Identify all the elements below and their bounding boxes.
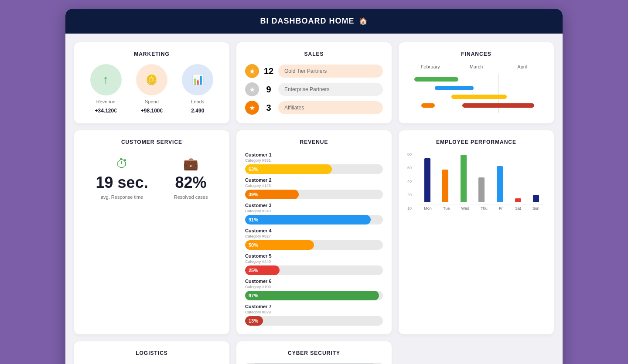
sales-card: SALES ★ 12 Gold Tier Partners ★ 9 Enterp… bbox=[236, 42, 392, 123]
logistics-title: LOGISTICS bbox=[83, 350, 221, 356]
finances-card: FINANCES February March April bbox=[399, 42, 554, 123]
emp-sat-bar bbox=[515, 198, 521, 202]
customer5-name: Customer 5 bbox=[245, 253, 383, 259]
revenue-card: REVENUE Customer 1 Category #931 63% Cus… bbox=[236, 130, 392, 334]
revenue-row-7: Customer 7 Category #829 13% bbox=[245, 304, 383, 326]
dashboard-title: BI DASHBOARD HOME bbox=[260, 17, 354, 26]
spend-metric: 🪙 Spend +98.100€ bbox=[136, 64, 167, 114]
cyber-security-card: CYBER SECURITY bbox=[236, 341, 392, 364]
emp-day-labels: Mon Tue Wed Thu Fri Sat Sun bbox=[418, 206, 545, 211]
employee-performance-card: EMPLOYEE PERFORMANCE 80 60 40 20 10 bbox=[399, 130, 554, 334]
revenue-label: Revenue bbox=[96, 99, 116, 104]
emp-y-axis: 80 60 40 20 10 bbox=[407, 152, 412, 211]
finances-chart bbox=[407, 74, 545, 113]
resolved-cases-label: Resolved cases bbox=[174, 194, 208, 200]
marketing-card: MARKETING ↑ Revenue +34.120€ 🪙 Spend +98… bbox=[74, 42, 229, 123]
emp-wed bbox=[461, 152, 467, 202]
leads-icon-circle: 📊 bbox=[182, 64, 213, 95]
sales-count-1: 12 bbox=[263, 66, 274, 76]
emp-mon-bar bbox=[424, 158, 430, 202]
spend-icon-circle: 🪙 bbox=[136, 64, 167, 95]
home-icon[interactable]: 🏠 bbox=[359, 17, 368, 25]
customer4-bar-bg: 50% bbox=[245, 240, 383, 250]
spend-label: Spend bbox=[145, 99, 159, 104]
month-feb: February bbox=[407, 64, 453, 69]
briefcase-icon: 💼 bbox=[183, 156, 198, 171]
customer3-cat: Category #243 bbox=[245, 209, 383, 213]
customer4-cat: Category #827 bbox=[245, 234, 383, 238]
revenue-value: +34.120€ bbox=[95, 108, 116, 114]
day-fri: Fri bbox=[499, 206, 504, 211]
month-apr: April bbox=[499, 64, 545, 69]
response-time-value: 19 sec. bbox=[96, 173, 148, 192]
day-wed: Wed bbox=[461, 206, 469, 211]
day-mon: Mon bbox=[424, 206, 432, 211]
response-time-metric: ⏱ 19 sec. avg. Response time bbox=[96, 156, 148, 200]
finance-bar-3 bbox=[451, 95, 506, 99]
customer4-name: Customer 4 bbox=[245, 228, 383, 233]
customer6-cat: Category #100 bbox=[245, 285, 383, 289]
customer5-bar-bg: 25% bbox=[245, 265, 383, 275]
revenue-row-5: Customer 5 Category #440 25% bbox=[245, 253, 383, 275]
employee-chart bbox=[418, 152, 545, 204]
customer1-cat: Category #931 bbox=[245, 158, 383, 163]
emp-thu bbox=[478, 152, 485, 202]
leads-label: Leads bbox=[191, 99, 204, 104]
customer1-bar-bg: 63% bbox=[245, 164, 383, 174]
emp-mon bbox=[424, 152, 430, 202]
dashboard-body: MARKETING ↑ Revenue +34.120€ 🪙 Spend +98… bbox=[65, 34, 563, 364]
customer5-cat: Category #440 bbox=[245, 259, 383, 264]
cyber-security-title: CYBER SECURITY bbox=[245, 350, 383, 356]
finances-title: FINANCES bbox=[407, 51, 545, 57]
finance-bar-4 bbox=[421, 103, 435, 108]
day-tue: Tue bbox=[443, 206, 450, 211]
gold-badge: ★ bbox=[245, 64, 259, 78]
emp-sun-bar bbox=[533, 195, 539, 202]
leads-value: 2.490 bbox=[191, 108, 204, 114]
customer3-bar: 91% bbox=[245, 215, 371, 225]
revenue-metric: ↑ Revenue +34.120€ bbox=[90, 64, 122, 114]
customer1-bar: 63% bbox=[245, 164, 332, 174]
marketing-metrics: ↑ Revenue +34.120€ 🪙 Spend +98.100€ 📊 bbox=[83, 64, 221, 114]
customer7-bar: 13% bbox=[245, 316, 263, 326]
sales-row-3: ★ 3 Affiliates bbox=[245, 101, 383, 115]
customer6-bar: 97% bbox=[245, 291, 379, 300]
sales-bar-orange: Affiliates bbox=[278, 101, 383, 114]
revenue-list: Customer 1 Category #931 63% Customer 2 … bbox=[245, 152, 383, 326]
finances-months: February March April bbox=[407, 64, 545, 69]
revenue-icon: ↑ bbox=[103, 73, 109, 87]
response-time-label: avg. Response time bbox=[101, 194, 143, 200]
revenue-row-2: Customer 2 Category #123 39% bbox=[245, 177, 383, 199]
resolved-cases-metric: 💼 82% Resolved cases bbox=[174, 156, 208, 200]
month-mar: March bbox=[453, 64, 499, 69]
orange-badge: ★ bbox=[245, 101, 259, 115]
emp-fri-bar bbox=[497, 166, 503, 202]
customer6-name: Customer 6 bbox=[245, 279, 383, 284]
sales-bar-gray: Enterprise Partners bbox=[278, 83, 383, 96]
customer2-name: Customer 2 bbox=[245, 177, 383, 183]
customer2-cat: Category #123 bbox=[245, 184, 383, 188]
customer3-bar-bg: 91% bbox=[245, 215, 383, 225]
sales-count-2: 9 bbox=[263, 85, 274, 95]
customer7-name: Customer 7 bbox=[245, 304, 383, 309]
sales-row-1: ★ 12 Gold Tier Partners bbox=[245, 64, 383, 78]
customer5-bar: 25% bbox=[245, 265, 280, 275]
spend-icon: 🪙 bbox=[146, 74, 157, 85]
customer1-name: Customer 1 bbox=[245, 152, 272, 157]
cs-content: ⏱ 19 sec. avg. Response time 💼 82% Resol… bbox=[83, 152, 221, 204]
customer4-bar: 50% bbox=[245, 240, 314, 250]
marketing-title: MARKETING bbox=[83, 51, 221, 57]
emp-sun bbox=[533, 152, 539, 202]
emp-tue-bar bbox=[442, 170, 448, 202]
sales-count-3: 3 bbox=[263, 103, 274, 113]
revenue-row-6: Customer 6 Category #100 97% bbox=[245, 279, 383, 300]
customer6-bar-bg: 97% bbox=[245, 291, 383, 300]
finance-bar-2 bbox=[435, 86, 473, 90]
sales-list: ★ 12 Gold Tier Partners ★ 9 Enterprise P… bbox=[245, 64, 383, 115]
day-thu: Thu bbox=[481, 206, 488, 211]
revenue-title: REVENUE bbox=[245, 139, 383, 145]
resolved-cases-value: 82% bbox=[175, 173, 207, 192]
finance-bar-5 bbox=[462, 103, 534, 108]
customer7-bar-bg: 13% bbox=[245, 316, 383, 326]
revenue-icon-circle: ↑ bbox=[90, 64, 122, 95]
